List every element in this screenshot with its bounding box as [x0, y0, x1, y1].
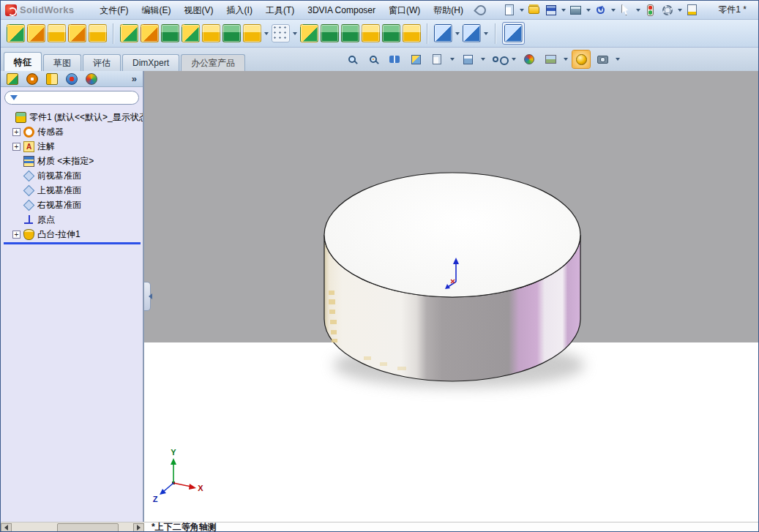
- rib-icon[interactable]: [300, 24, 318, 42]
- hide-show-items-icon[interactable]: [490, 50, 507, 68]
- undo-caret-icon[interactable]: [611, 9, 616, 12]
- fillet-icon[interactable]: [243, 24, 261, 42]
- camera-icon[interactable]: [594, 50, 611, 68]
- hole-wizard-icon[interactable]: [141, 24, 159, 42]
- edit-appearance-icon[interactable]: [520, 50, 538, 68]
- reference-geometry-icon[interactable]: [434, 24, 452, 42]
- revolved-boss-icon[interactable]: [27, 24, 45, 42]
- solidworks-search-icon[interactable]: [474, 3, 488, 18]
- apply-scene-caret-icon[interactable]: [564, 58, 568, 61]
- featuremanager-tree-icon[interactable]: [7, 73, 18, 85]
- instant3d-icon[interactable]: [504, 24, 523, 42]
- save-caret-icon[interactable]: [561, 9, 566, 12]
- filter-box: [4, 91, 139, 105]
- menu-view[interactable]: 视图(V): [178, 1, 220, 20]
- lofted-cut-icon[interactable]: [202, 24, 220, 42]
- curves-caret-icon[interactable]: [484, 32, 488, 35]
- wrap-icon[interactable]: [362, 24, 380, 42]
- new-document-caret-icon[interactable]: [520, 9, 524, 12]
- display-style-icon[interactable]: [459, 50, 476, 68]
- dimxpertmanager-icon[interactable]: [66, 73, 78, 85]
- linear-pattern-icon[interactable]: [272, 24, 290, 42]
- tree-item-sensors[interactable]: + 传感器: [2, 124, 143, 139]
- display-style-caret-icon[interactable]: [481, 58, 485, 61]
- rollback-bar[interactable]: [4, 242, 141, 244]
- boundary-boss-icon[interactable]: [89, 24, 107, 42]
- scroll-right-button[interactable]: [133, 523, 144, 532]
- previous-view-icon[interactable]: [386, 50, 403, 68]
- tree-item-label: 原点: [37, 214, 55, 226]
- displaymanager-icon[interactable]: [86, 73, 97, 85]
- tree-item-right-plane[interactable]: 右视基准面: [2, 198, 143, 212]
- scroll-left-button[interactable]: [1, 523, 12, 532]
- tree-item-front-plane[interactable]: 前视基准面: [2, 168, 143, 183]
- tree-item-boss-extrude1[interactable]: + 凸台-拉伸1: [2, 227, 143, 241]
- select-cursor-icon[interactable]: [618, 3, 633, 18]
- tree-root-part[interactable]: 零件1 (默认<<默认>_显示状态: [2, 110, 143, 124]
- revolved-cut-icon[interactable]: [161, 24, 179, 42]
- print-icon[interactable]: [569, 3, 583, 18]
- extruded-boss-icon[interactable]: [7, 24, 25, 42]
- open-icon[interactable]: [527, 3, 542, 18]
- realview-icon[interactable]: [572, 50, 590, 68]
- fillet-caret-icon[interactable]: [264, 32, 269, 35]
- lofted-boss-icon[interactable]: [68, 24, 86, 42]
- mirror-icon[interactable]: [403, 24, 421, 42]
- zoom-area-icon[interactable]: [364, 50, 382, 68]
- swept-boss-icon[interactable]: [48, 24, 66, 42]
- scrollbar-track[interactable]: [12, 523, 133, 532]
- save-icon[interactable]: [544, 3, 558, 18]
- tree-item-annotations[interactable]: + A 注解: [2, 139, 143, 154]
- menu-help[interactable]: 帮助(H): [427, 1, 470, 20]
- tree-item-origin[interactable]: 原点: [2, 212, 143, 227]
- pattern-caret-icon[interactable]: [293, 32, 297, 35]
- hide-show-caret-icon[interactable]: [512, 58, 516, 61]
- boundary-cut-icon[interactable]: [223, 24, 241, 42]
- dome-icon[interactable]: [382, 24, 400, 42]
- view-orientation-icon[interactable]: [428, 50, 446, 68]
- undo-icon[interactable]: [594, 3, 608, 18]
- section-view-icon[interactable]: [407, 50, 425, 68]
- menu-window[interactable]: 窗口(W): [382, 1, 427, 20]
- tree-filter-input[interactable]: [21, 92, 133, 103]
- rebuild-icon[interactable]: [643, 3, 658, 18]
- tree-item-top-plane[interactable]: 上视基准面: [2, 183, 143, 198]
- graphics-area[interactable]: Y X Z: [144, 71, 759, 522]
- new-document-icon[interactable]: [502, 3, 517, 18]
- shell-icon[interactable]: [341, 24, 359, 42]
- view-orientation-caret-icon[interactable]: [450, 58, 455, 61]
- menu-file[interactable]: 文件(F): [93, 1, 135, 20]
- tab-dimxpert[interactable]: DimXpert: [122, 54, 179, 71]
- propertymanager-icon[interactable]: [26, 73, 38, 85]
- configurationmanager-icon[interactable]: [46, 73, 58, 85]
- file-properties-icon[interactable]: [685, 3, 700, 18]
- swept-cut-icon[interactable]: [182, 24, 200, 42]
- draft-icon[interactable]: [321, 24, 339, 42]
- panel-splitter[interactable]: [144, 282, 151, 311]
- print-caret-icon[interactable]: [586, 9, 591, 12]
- reference-geometry-caret-icon[interactable]: [455, 32, 460, 35]
- menu-insert[interactable]: 插入(I): [220, 1, 259, 20]
- camera-caret-icon[interactable]: [616, 58, 620, 61]
- manager-tabs-overflow[interactable]: »: [132, 73, 137, 84]
- expand-toggle[interactable]: +: [12, 231, 20, 239]
- tree-item-material[interactable]: 材质 <未指定>: [2, 154, 143, 168]
- tab-features[interactable]: 特征: [4, 52, 42, 71]
- boss-extrude-icon: [23, 229, 34, 240]
- expand-toggle[interactable]: +: [12, 143, 20, 151]
- curves-icon[interactable]: [463, 24, 481, 42]
- options-caret-icon[interactable]: [678, 9, 682, 12]
- expand-toggle[interactable]: +: [12, 128, 20, 136]
- menu-edit[interactable]: 编辑(E): [135, 1, 178, 20]
- select-caret-icon[interactable]: [636, 9, 640, 12]
- menu-3dvia-composer[interactable]: 3DVIA Composer: [301, 1, 382, 20]
- menu-tools[interactable]: 工具(T): [259, 1, 301, 20]
- tab-evaluate[interactable]: 评估: [83, 54, 121, 71]
- scrollbar-thumb[interactable]: [57, 523, 119, 532]
- options-icon[interactable]: [660, 3, 675, 18]
- tab-sketch[interactable]: 草图: [43, 54, 81, 71]
- zoom-fit-icon[interactable]: [343, 50, 361, 68]
- apply-scene-icon[interactable]: [542, 50, 559, 68]
- extruded-cut-icon[interactable]: [120, 24, 138, 42]
- tab-office-products[interactable]: 办公室产品: [181, 54, 245, 71]
